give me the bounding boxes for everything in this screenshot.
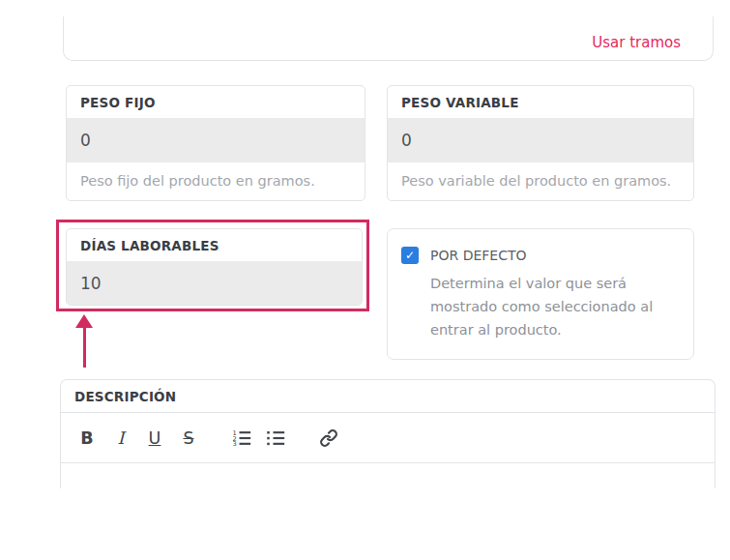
italic-button[interactable]: I: [106, 421, 135, 456]
svg-text:3: 3: [232, 440, 236, 448]
field-group-peso-fijo: PESO FIJO 0 Peso fijo del producto en gr…: [66, 85, 365, 201]
por-defecto-helper: Determina el valor que será mostrado com…: [430, 272, 689, 341]
field-group-peso-variable: PESO VARIABLE 0 Peso variable del produc…: [387, 85, 694, 201]
peso-variable-helper: Peso variable del producto en gramos.: [388, 162, 693, 200]
checkmark-icon: ✓: [405, 249, 415, 262]
descripcion-panel: DESCRIPCIÓN B I U S 1 2 3: [60, 379, 715, 488]
link-icon: [319, 428, 338, 448]
arrow-up-icon: [75, 314, 93, 328]
top-panel: Usar tramos: [63, 16, 714, 61]
ordered-list-button[interactable]: 1 2 3: [227, 421, 256, 456]
por-defecto-label: POR DEFECTO: [430, 248, 527, 263]
peso-variable-label: PESO VARIABLE: [388, 86, 693, 118]
peso-fijo-helper: Peso fijo del producto en gramos.: [67, 162, 365, 200]
descripcion-label: DESCRIPCIÓN: [61, 380, 715, 413]
use-ranges-link[interactable]: Usar tramos: [592, 34, 681, 51]
peso-fijo-label: PESO FIJO: [67, 86, 365, 118]
editor-content-area[interactable]: [61, 463, 715, 487]
por-defecto-checkbox[interactable]: ✓: [401, 247, 419, 264]
por-defecto-card: ✓ POR DEFECTO Determina el valor que ser…: [387, 228, 694, 360]
unordered-list-icon: [266, 428, 285, 448]
editor-toolbar: B I U S 1 2 3: [61, 413, 715, 463]
field-group-dias-laborables: DÍAS LABORABLES 10: [66, 228, 363, 306]
ordered-list-icon: 1 2 3: [232, 428, 251, 448]
dias-laborables-input[interactable]: 10: [67, 261, 362, 305]
peso-fijo-input[interactable]: 0: [67, 118, 365, 162]
bold-button[interactable]: B: [73, 421, 102, 456]
por-defecto-row: ✓ POR DEFECTO: [401, 247, 680, 264]
link-button[interactable]: [314, 421, 343, 456]
strikethrough-button[interactable]: S: [174, 421, 203, 456]
underline-button[interactable]: U: [140, 421, 169, 456]
arrow-up-shaft: [83, 327, 86, 368]
peso-variable-input[interactable]: 0: [388, 118, 693, 162]
dias-laborables-label: DÍAS LABORABLES: [67, 229, 362, 261]
unordered-list-button[interactable]: [261, 421, 290, 456]
